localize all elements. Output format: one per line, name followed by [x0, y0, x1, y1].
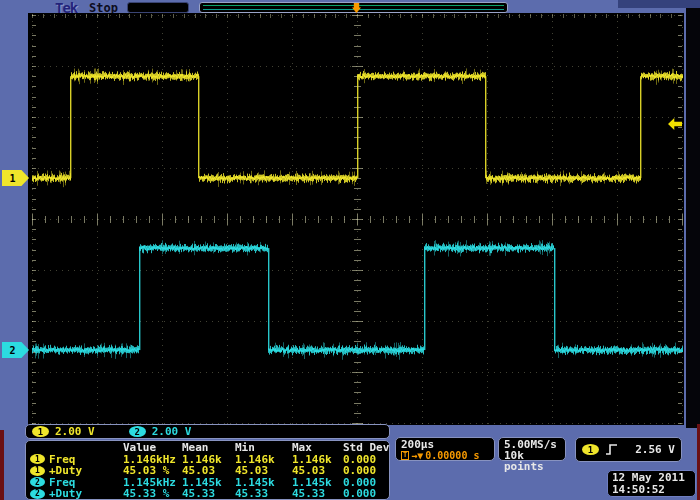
- measurement-min: 45.03: [235, 465, 292, 477]
- right-bezel-strip: [686, 8, 700, 428]
- channel2-badge: 2: [30, 477, 45, 487]
- measurement-name: +Duty: [49, 465, 82, 477]
- oscilloscope-screen: Tek Stop 1 2 1 2.00 V 2 2.00 V Value Mea…: [0, 0, 700, 500]
- channel2-marker-label: 2: [9, 345, 15, 356]
- trigger-source-badge: 1: [582, 444, 599, 455]
- trigger-level-value: 2.56 V: [635, 443, 675, 456]
- channel2-scale: 2.00 V: [152, 425, 192, 438]
- measurement-std: 0.000: [343, 465, 389, 477]
- channel2-badge: 2: [30, 489, 45, 499]
- channel1-badge: 1: [30, 466, 45, 476]
- measurement-value: 45.03 %: [123, 465, 182, 477]
- timebase-scale: 200µs: [401, 439, 489, 450]
- timebase-readout[interactable]: 200µs T→▼ 0.00000 s: [395, 437, 495, 461]
- channel-scale-readout[interactable]: 1 2.00 V 2 2.00 V: [25, 424, 390, 439]
- col-stddev: Std Dev: [343, 442, 389, 454]
- record-view-bar[interactable]: [199, 2, 508, 13]
- message-area: [127, 2, 189, 13]
- left-bezel-edge: [0, 430, 4, 500]
- measurement-table: Value Mean Min Max Std Dev 1 Freq 1.146k…: [25, 440, 390, 500]
- measurement-std: 0.000: [343, 488, 389, 500]
- trigger-delay-value: 0.00000 s: [425, 450, 479, 461]
- col-mean: Mean: [182, 442, 235, 454]
- trigger-t-icon: T: [401, 451, 409, 460]
- channel2-badge: 2: [129, 426, 146, 437]
- rising-edge-icon: [605, 443, 619, 456]
- measurement-max: 45.03: [292, 465, 343, 477]
- trigger-readout[interactable]: 1 2.56 V: [575, 437, 682, 462]
- top-right-panel: [618, 0, 700, 8]
- measurement-max: 45.33: [292, 488, 343, 500]
- channel2-ground-marker[interactable]: 2: [2, 342, 29, 358]
- col-label: [30, 442, 123, 454]
- col-max: Max: [292, 442, 343, 454]
- col-value: Value: [123, 442, 182, 454]
- record-length: 10k points: [504, 450, 560, 472]
- col-min: Min: [235, 442, 292, 454]
- datetime-readout: 12 May 2011 14:50:52: [607, 470, 696, 497]
- arrow-icon: →▼: [411, 450, 423, 461]
- channel1-ground-marker[interactable]: 1: [2, 170, 29, 186]
- measurement-name: +Duty: [49, 488, 82, 500]
- channel1-scale: 2.00 V: [55, 425, 95, 438]
- measurement-mean: 45.33: [182, 488, 235, 500]
- measurement-value: 45.33 %: [123, 488, 182, 500]
- measurement-mean: 45.03: [182, 465, 235, 477]
- trigger-delay-readout: T→▼ 0.00000 s: [401, 450, 489, 461]
- channel1-badge: 1: [32, 426, 49, 437]
- waveform-display: [28, 13, 684, 425]
- time-value: 14:50:52: [612, 484, 691, 496]
- channel1-marker-label: 1: [9, 173, 15, 184]
- acquisition-readout[interactable]: 5.00MS/s 10k points: [498, 437, 566, 461]
- measurement-row: 1 +Duty: [30, 465, 123, 477]
- channel1-badge: 1: [30, 454, 45, 464]
- measurement-row: 2 +Duty: [30, 488, 123, 500]
- record-waveform-ch1: [203, 5, 504, 6]
- measurement-min: 45.33: [235, 488, 292, 500]
